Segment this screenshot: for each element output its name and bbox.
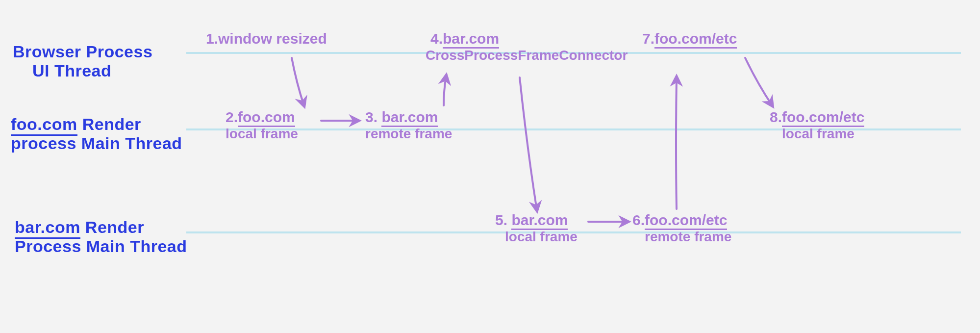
step-sub: local frame — [495, 229, 578, 245]
step-domain: foo.com — [238, 109, 295, 127]
step-num: 5. — [495, 212, 507, 228]
lane-label-domain: foo.com — [11, 115, 77, 136]
lane-label-browser-ui: Browser Process UI Thread — [13, 42, 152, 80]
step-domain: foo.com/etc — [654, 30, 737, 49]
lane-label-suffix: Render — [77, 115, 141, 133]
arrow-6-7 — [676, 77, 677, 209]
step-4: 4.bar.com CrossProcessFrameConnector — [430, 30, 628, 63]
step-7: 7.foo.com/etc — [642, 30, 737, 48]
step-num: 6. — [632, 212, 645, 228]
arrow-3-4 — [444, 76, 446, 105]
step-num: 8. — [770, 109, 782, 125]
step-2: 2.foo.com local frame — [226, 109, 298, 142]
step-domain: bar.com — [511, 212, 568, 230]
step-sub: local frame — [226, 126, 298, 142]
step-sub: CrossProcessFrameConnector — [426, 48, 628, 63]
step-num: 7. — [642, 30, 654, 47]
arrow-4-5 — [520, 77, 537, 210]
step-num: 3. — [365, 109, 377, 125]
diagram-canvas: Browser Process UI Thread foo.com Render… — [0, 0, 980, 333]
step-domain: bar.com — [381, 109, 438, 127]
step-title: window resized — [218, 30, 327, 47]
step-num: 2. — [226, 109, 238, 125]
step-sub: local frame — [770, 126, 864, 142]
lane-label-domain: bar.com — [15, 218, 80, 239]
step-1: 1.window resized — [206, 30, 327, 48]
lane-label-line2: Process Main Thread — [15, 237, 187, 256]
lane-label-line1: Browser Process — [13, 42, 152, 61]
lane-label-bar-render: bar.com Render Process Main Thread — [15, 218, 187, 256]
step-domain: foo.com/etc — [782, 109, 864, 127]
step-num: 4. — [430, 30, 443, 47]
lane-label-line2: process Main Thread — [11, 134, 182, 153]
lane-label-foo-render: foo.com Render process Main Thread — [11, 115, 182, 153]
arrow-7-8 — [745, 58, 772, 105]
step-3: 3. bar.com remote frame — [365, 109, 452, 142]
step-domain: foo.com/etc — [645, 212, 727, 230]
step-sub: remote frame — [632, 229, 731, 245]
arrow-1-2 — [292, 58, 304, 105]
lane-label-suffix: Render — [80, 218, 144, 236]
lane-label-line2: UI Thread — [13, 61, 111, 80]
step-num: 1. — [206, 30, 218, 47]
step-5: 5. bar.com local frame — [495, 212, 578, 245]
step-domain: bar.com — [443, 30, 499, 49]
step-sub: remote frame — [365, 126, 452, 142]
step-6: 6.foo.com/etc remote frame — [632, 212, 731, 245]
step-8: 8.foo.com/etc local frame — [770, 109, 864, 142]
